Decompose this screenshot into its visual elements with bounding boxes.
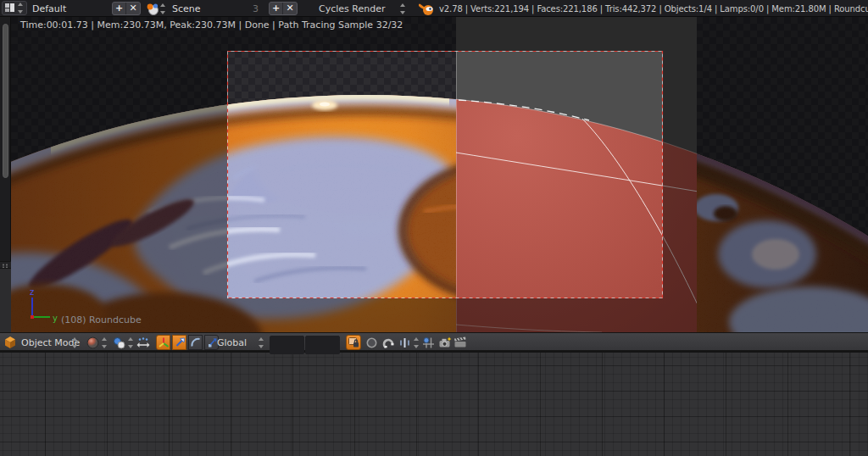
mode-dropdown[interactable]: Object Mode <box>21 333 79 352</box>
axis-mini-gizmo: z y <box>22 286 61 327</box>
stepper-arrows-icon <box>413 337 420 348</box>
axis-y-label: y <box>53 314 58 323</box>
stepper-arrows-icon <box>399 3 407 14</box>
axis-z-label: z <box>30 287 34 297</box>
rendered-shading-sphere-icon <box>86 336 99 349</box>
scene-add-remove: + ✕ <box>269 2 298 15</box>
clapperboard-icon <box>453 336 467 349</box>
collapsed-panel-strip <box>0 17 11 332</box>
layout-name: Default <box>32 3 66 14</box>
stepper-arrows-icon <box>71 337 79 348</box>
rotate-button[interactable] <box>188 335 203 350</box>
scene-lock-icon <box>348 336 359 348</box>
render-engine-dropdown[interactable]: Cycles Render <box>319 0 407 17</box>
render-status-text: Time:00:01.73 | Mem:230.73M, Peak:230.73… <box>20 19 403 31</box>
3d-viewport[interactable]: Time:00:01.73 | Mem:230.73M, Peak:230.73… <box>0 17 868 332</box>
panel-lower-section <box>0 269 11 332</box>
manipulator-toggle-button[interactable] <box>136 335 151 350</box>
scene-icon <box>145 2 159 16</box>
opengl-render-animation-button[interactable] <box>453 333 467 352</box>
orientation-label: Global <box>217 337 247 348</box>
magnet-icon <box>382 336 395 349</box>
layout-add-remove: + ✕ <box>112 2 141 15</box>
editor-type-dropdown[interactable] <box>2 1 27 15</box>
snap-increment-icon <box>398 336 411 349</box>
viewport-shading-dropdown[interactable] <box>86 333 108 352</box>
panel-scrollbar[interactable] <box>3 24 8 178</box>
manipulate-center-points-button[interactable] <box>422 333 435 352</box>
scene-add-button[interactable]: + <box>270 3 283 14</box>
engine-name: Cycles Render <box>319 3 385 14</box>
stepper-arrows-icon <box>101 337 108 348</box>
blender-logo <box>419 0 435 17</box>
3d-view-cube-icon <box>3 336 17 349</box>
blender-logo-icon <box>419 2 435 16</box>
rotate-arc-icon <box>190 336 202 348</box>
proportional-circle-icon <box>365 336 378 349</box>
scale-arrow-icon <box>206 336 218 348</box>
panel-divider[interactable] <box>0 261 11 269</box>
rgb-axes-icon <box>158 336 170 348</box>
screen-layout-dropdown[interactable]: Default <box>32 0 66 17</box>
layers-group-1[interactable] <box>270 336 304 354</box>
orientation-stepper[interactable] <box>258 333 265 352</box>
manipulator-axes-button[interactable] <box>156 335 170 350</box>
stepper-arrows-icon <box>159 3 167 14</box>
info-header: Default + ✕ Scene 3 + ✕ Cycles Render <box>0 0 868 17</box>
snap-element-dropdown[interactable] <box>398 333 420 352</box>
snap-toggle-button[interactable] <box>382 333 395 352</box>
stepper-arrows-icon <box>258 337 265 348</box>
timeline-grid-editor[interactable] <box>0 351 868 456</box>
scene-remove-button[interactable]: ✕ <box>283 3 297 14</box>
active-object-label: (108) Roundcube <box>61 314 142 325</box>
scene-statistics: v2.78 | Verts:221,194 | Faces:221,186 | … <box>439 0 868 17</box>
center-points-icon <box>422 336 435 349</box>
pivot-point-dropdown[interactable] <box>113 333 135 352</box>
editor-type-icon <box>3 3 16 14</box>
lock-to-scene-button[interactable] <box>346 335 361 350</box>
scene-name: Scene <box>172 3 201 14</box>
manipulator-arrows-icon <box>136 336 150 349</box>
translate-button[interactable] <box>172 335 186 350</box>
manipulator-mode-buttons <box>156 335 219 350</box>
blender-window: Default + ✕ Scene 3 + ✕ Cycles Render <box>0 0 868 456</box>
pivot-spheres-icon <box>113 336 125 349</box>
scene-dropdown[interactable]: Scene <box>145 0 201 17</box>
mode-stepper[interactable] <box>71 333 79 352</box>
camera-star-icon <box>438 336 452 349</box>
layout-remove-button[interactable]: ✕ <box>126 3 140 14</box>
opengl-render-button[interactable] <box>438 333 452 352</box>
grip-dots-icon <box>2 264 8 268</box>
scene-users-count[interactable]: 3 <box>253 0 259 17</box>
layers-group-2[interactable] <box>305 336 340 354</box>
layout-add-button[interactable]: + <box>113 3 126 14</box>
stepper-arrows-icon <box>127 337 135 348</box>
proportional-edit-button[interactable] <box>365 333 378 352</box>
viewport-render <box>0 17 868 332</box>
3d-view-header: Object Mode <box>0 332 868 351</box>
translate-arrow-icon <box>174 336 186 348</box>
viewport-editor-type-button[interactable] <box>3 333 17 352</box>
stepper-arrows-icon <box>17 3 25 14</box>
